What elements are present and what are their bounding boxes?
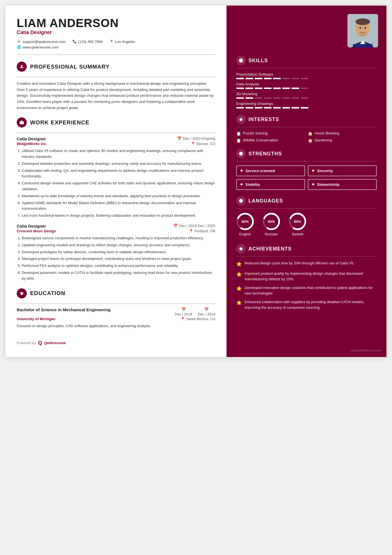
footer-left: Powered by Q Qwikresume — [17, 340, 215, 346]
languages-section: LANGUAGES 80% English — [236, 196, 377, 238]
footer-watermark: www.qwikresume.com — [350, 349, 381, 352]
skill-4-bar — [236, 107, 377, 108]
interest-1-icon: 📋 — [236, 131, 241, 136]
education-title: EDUCATION — [30, 290, 65, 296]
bullet: Collaborated with tooling, QA, and engin… — [22, 168, 215, 180]
header-divider — [17, 54, 215, 55]
brand-q-icon: Q — [38, 340, 42, 346]
interest-4-label: Gardening — [315, 138, 332, 142]
languages-row: 80% English 80% Russian — [236, 213, 377, 238]
languages-title: LANGUAGES — [249, 198, 283, 204]
pin-icon-edu: 📍 — [181, 317, 185, 321]
bullet: Applied ASME standards for Model Based D… — [22, 200, 215, 212]
cal-icon-edu: 📅 — [181, 307, 186, 312]
lang-1-circle: 80% — [236, 213, 254, 230]
summary-divider — [17, 77, 215, 77]
calendar-icon-2: 📅 — [173, 224, 178, 228]
job-2-title: Catia Designer — [17, 224, 46, 228]
skill-1-bar — [236, 78, 377, 79]
achievement-2-text: Improved product quality by implementing… — [245, 271, 377, 282]
job-1: Catia Designer 📅 Dec / 2020-Ongoing Widg… — [17, 136, 215, 219]
skills-header: SKILLS — [236, 56, 377, 65]
strength-3: ✦ Stability — [236, 179, 305, 190]
achievement-1-text: Reduced design cycle time by 20% through… — [245, 260, 354, 267]
interest-4: 🏠 Gardening — [308, 138, 377, 143]
strength-2: ✦ Sincerity — [308, 165, 377, 176]
skill-4: Engineering Drawings — [236, 102, 377, 108]
dash — [245, 107, 253, 108]
job-2-date: 📅 Dec / 2019-Dec / 2020 — [173, 224, 215, 228]
phone-icon: 📞 — [72, 39, 77, 44]
candidate-title: Catia Designer — [17, 30, 215, 35]
experience-divider — [17, 132, 215, 133]
powered-by-text: Powered by — [17, 341, 36, 345]
bullet: Updated engineering models and drawings … — [22, 242, 215, 248]
dash — [273, 88, 281, 89]
job-1-bullets: Utilized Catia V5 software to create and… — [17, 148, 215, 219]
edu-start-date: 📅 Dec / 2018 — [175, 307, 192, 316]
achievements-divider — [236, 256, 377, 257]
strength-2-star: ✦ — [311, 168, 315, 173]
dash-empty — [273, 97, 281, 99]
svg-text:80%: 80% — [242, 219, 249, 224]
lang-1: 80% English — [236, 213, 254, 238]
skill-2-label: Data Analysis — [236, 82, 377, 86]
header: LIAM ANDERSON Catia Designer ✉ support@q… — [17, 17, 215, 49]
cal-icon-edu2: 📅 — [204, 307, 209, 312]
job-1-company: WidgetWorks Inc. — [17, 142, 47, 146]
contact-row-2: 🌐 www.qwikresume.com — [17, 45, 215, 49]
dash-empty — [264, 97, 272, 99]
bullet: Developed detailed production and assemb… — [22, 161, 215, 167]
achievement-4: ⭐ Enhanced collaboration with suppliers … — [236, 299, 377, 310]
strengths-grid: ✦ Service-oriented ✦ Sincerity ✦ Stabili… — [236, 165, 377, 190]
summary-section-header: PROFESSIONAL SUMMARY — [17, 62, 215, 72]
skill-1: Presentation Software — [236, 72, 377, 79]
svg-rect-1 — [20, 121, 24, 124]
education-icon — [17, 288, 27, 298]
phone-text: (123) 456 7899 — [78, 40, 103, 44]
skills-title: SKILLS — [249, 58, 268, 64]
job-1-title: Catia Designer — [17, 136, 46, 141]
interests-header: INTERESTS — [236, 115, 377, 124]
strengths-icon — [236, 149, 246, 158]
calendar-icon-1: 📅 — [177, 136, 182, 141]
dash — [255, 78, 262, 79]
edu-1-meta: University of Michigan 📍 Santa Monica, C… — [17, 317, 215, 321]
interest-2-icon: 🏠 — [308, 131, 313, 136]
dash — [236, 97, 244, 99]
pin-icon-1: 📍 — [191, 142, 195, 146]
svg-point-9 — [364, 27, 366, 29]
svg-point-6 — [356, 18, 370, 25]
edu-1-location: 📍 Santa Monica, CA — [181, 317, 215, 321]
edu-1-institution: University of Michigan — [17, 317, 55, 321]
bullet: Led cross-functional teams in design pro… — [22, 213, 215, 219]
lang-3-name: Swahili — [292, 232, 303, 236]
pin-icon-2: 📍 — [189, 229, 193, 233]
dash — [273, 78, 281, 79]
dash — [282, 88, 290, 89]
lang-3-circle: 80% — [289, 213, 306, 230]
dash — [245, 88, 253, 89]
phone-item: 📞 (123) 456 7899 — [72, 39, 103, 44]
languages-icon — [236, 196, 246, 206]
interests-title: INTERESTS — [249, 117, 279, 122]
strength-3-label: Stability — [245, 182, 260, 187]
strength-1-star: ✦ — [240, 168, 243, 173]
lang-2-name: Russian — [265, 232, 278, 236]
edu-item-1: Bachelor of Science in Mechanical Engine… — [17, 307, 215, 329]
achievement-1-icon: ⭐ — [236, 261, 242, 267]
svg-point-0 — [21, 65, 23, 67]
dash-empty — [291, 78, 299, 79]
summary-text: Creative and innovative Catia Designer w… — [17, 81, 215, 111]
dash — [264, 78, 272, 79]
svg-point-8 — [359, 27, 361, 29]
bullet: Performed FEA analysis to optimize desig… — [22, 263, 215, 269]
interest-3-icon: 📋 — [236, 138, 241, 143]
interest-1: 📋 Puzzle Solving — [236, 131, 305, 136]
strength-1: ✦ Service-oriented — [236, 165, 305, 176]
job-1-date: 📅 Dec / 2020-Ongoing — [177, 136, 215, 141]
photo-placeholder — [347, 14, 378, 47]
languages-header: LANGUAGES — [236, 196, 377, 206]
dash — [255, 88, 262, 89]
bullet: Developed parametric models in CATIA to … — [22, 270, 215, 282]
